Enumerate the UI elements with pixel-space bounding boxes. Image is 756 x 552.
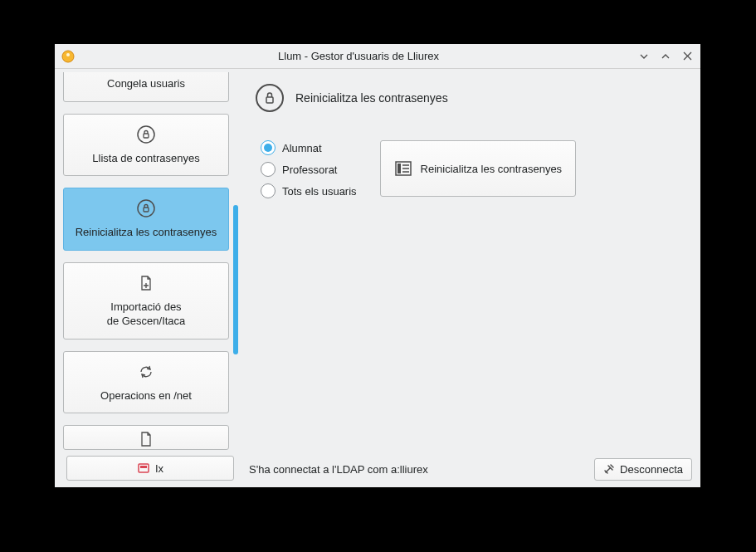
app-window: Llum - Gestor d'usuaris de Lliurex Conge… [55, 44, 700, 487]
user-group-radios: Alumnat Professorat Tots els usuaris [256, 140, 357, 198]
exit-icon [137, 462, 150, 475]
app-icon [61, 50, 75, 63]
radio-teachers[interactable]: Professorat [261, 162, 357, 177]
list-icon [394, 159, 412, 178]
disconnect-button[interactable]: Desconnecta [594, 458, 692, 481]
svg-rect-10 [398, 164, 401, 173]
radio-indicator [261, 183, 276, 198]
action-label: Reinicialitza les contrasenyes [421, 163, 563, 175]
svg-rect-3 [144, 134, 149, 138]
svg-point-4 [138, 200, 154, 217]
sidebar-item-label: Operacions en /net [100, 388, 192, 403]
radio-label: Alumnat [282, 142, 322, 154]
minimize-button[interactable] [637, 50, 651, 63]
main-panel: Reinicialitza les contrasenyes Alumnat P… [239, 69, 700, 487]
close-button[interactable] [680, 50, 694, 63]
sidebar-item-label: Congela usuaris [107, 76, 185, 91]
reset-passwords-button[interactable]: Reinicialitza les contrasenyes [380, 140, 577, 197]
window-title: Llum - Gestor d'usuaris de Lliurex [80, 50, 637, 62]
svg-rect-5 [144, 208, 149, 212]
radio-indicator [261, 140, 276, 155]
radio-label: Professorat [282, 164, 337, 176]
lock-icon [137, 198, 155, 218]
radio-all-users[interactable]: Tots els usuaris [261, 183, 357, 198]
svg-point-1 [66, 53, 70, 56]
sidebar-item-label: Llista de contrasenyes [92, 151, 199, 166]
sidebar-scrollbar[interactable] [232, 72, 239, 452]
lock-icon [137, 125, 155, 144]
radio-students[interactable]: Alumnat [261, 140, 357, 155]
window-controls [637, 50, 694, 63]
exit-label: Ix [155, 462, 163, 475]
titlebar: Llum - Gestor d'usuaris de Lliurex [55, 44, 700, 69]
sidebar-item-import-gescen[interactable]: Importació des de Gescen/Itaca [63, 262, 229, 340]
radio-indicator [261, 162, 276, 177]
page-header: Reinicialitza les contrasenyes [256, 84, 684, 112]
sidebar-item-freeze-users[interactable]: Congela usuaris [63, 72, 229, 102]
maximize-button[interactable] [659, 50, 672, 63]
file-icon [137, 430, 155, 448]
sync-icon [137, 362, 155, 382]
statusbar: S'ha connectat a l'LDAP com a:lliurex De… [239, 456, 700, 487]
exit-button[interactable]: Ix [66, 456, 234, 481]
page-title: Reinicialitza les contrasenyes [295, 91, 448, 105]
sidebar-item-password-list[interactable]: Llista de contrasenyes [63, 114, 229, 177]
lock-icon [256, 84, 284, 112]
svg-point-2 [138, 126, 154, 143]
sidebar-item-label: Reinicialitza les contrasenyes [76, 225, 217, 240]
status-text: S'ha connectat a l'LDAP com a:lliurex [244, 463, 586, 476]
sidebar-item-partial-bottom[interactable] [63, 425, 229, 450]
content-area: Congela usuaris Llista de contrasenyes [55, 69, 700, 487]
sidebar: Congela usuaris Llista de contrasenyes [55, 69, 239, 487]
sidebar-item-label: Importació des de Gescen/Itaca [107, 300, 186, 329]
disconnect-label: Desconnecta [620, 463, 683, 476]
svg-rect-8 [266, 97, 273, 103]
file-import-icon [137, 273, 155, 293]
sidebar-item-net-operations[interactable]: Operacions en /net [63, 351, 229, 414]
radio-label: Tots els usuaris [282, 185, 357, 198]
scrollbar-thumb[interactable] [233, 205, 238, 354]
sidebar-item-reset-passwords[interactable]: Reinicialitza les contrasenyes [63, 188, 229, 251]
disconnect-icon [603, 463, 615, 475]
svg-rect-7 [140, 466, 147, 468]
